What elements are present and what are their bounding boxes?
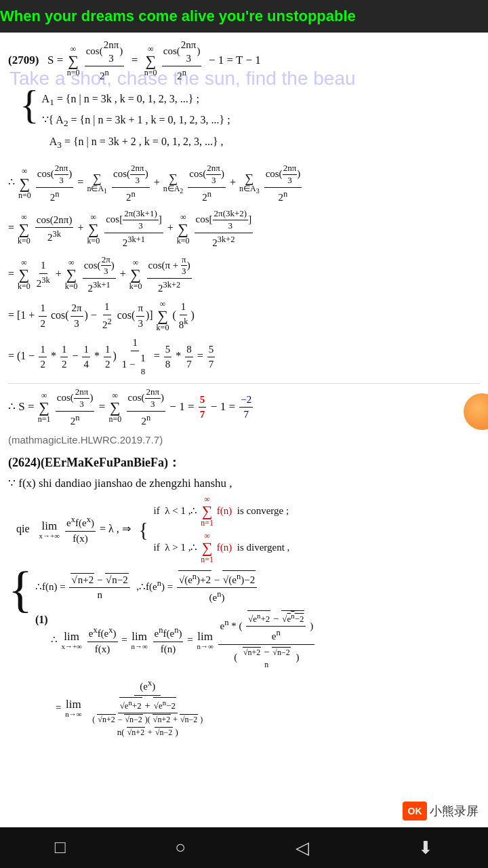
nav-bar: □ ○ ◁ ⬇: [0, 827, 488, 868]
marquee-banner: When your dreams come alive you're unsto…: [0, 0, 488, 33]
problem-2709-label: (2709): [8, 54, 39, 66]
watermark-text: 小熊录屏: [430, 803, 479, 819]
lim-lambda: qie lim x→+∞ exf(ex) f(x) = λ , ⇒ { if λ…: [8, 495, 480, 565]
sum-decomp: ∴ ∞ ∑ n=0 cos(2nπ3) 2n = ∑ n∈A1 cos(2nπ3…: [8, 163, 480, 204]
cn-line1: ∵ f(x) shi dandiao jianshao de zhengzhi …: [8, 475, 480, 492]
numerical-result: = (1 − 1 2 * 1 2 − 1 4 * 1 2 ) 1 1 − 1 8: [8, 336, 480, 378]
equation-S: S = ∞ ∑ n=0 cos(2nπ3) 2n = ∞ ∑ n=0 cos(2…: [47, 54, 261, 66]
nav-home-button[interactable]: ○: [161, 832, 199, 863]
problem-2709-header: (2709) S = ∞ ∑ n=0 cos(2nπ3) 2n = ∞ ∑ n=…: [8, 39, 480, 83]
nav-down-button[interactable]: ⬇: [405, 832, 447, 864]
nav-back-button[interactable]: ◁: [282, 832, 323, 864]
set-a1: { A1 = {n | n = 3k , k = 0, 1, 2, 3, ...…: [8, 85, 480, 158]
nav-square-button[interactable]: □: [41, 832, 79, 863]
big-brace-system: { ∴f(n) = √n+2 − √n−2 n ,∴f(en) = √(en)+…: [8, 570, 480, 741]
final-S: ∴ S = ∞ ∑ n=1 cos(2nπ3) 2n = ∞ ∑ n=0 cos…: [8, 383, 480, 428]
math-content[interactable]: (2709) S = ∞ ∑ n=0 cos(2nπ3) 2n = ∞ ∑ n=…: [0, 33, 488, 827]
marquee-text: When your dreams come alive you're unsto…: [0, 7, 356, 25]
sum-substitution: = ∞ ∑ k=0 cos(2nπ) 23k + ∞ ∑ k=0 cos[2π(…: [8, 208, 480, 250]
watermark-icon: OK: [403, 802, 427, 821]
problem-2624-label: (2624)(EErMaKeFuPanBieFa)：: [8, 454, 480, 473]
attribution: (mathmagicLite.HLWRC.2019.7.7): [8, 432, 480, 448]
watermark: OK 小熊录屏: [403, 802, 479, 821]
factored-form: = [1 + 1 2 cos( 2π 3 ) − 1 22 cos( π 3 )…: [8, 300, 480, 332]
cos-simplification: = ∞ ∑ k=0 1 23k + ∞ ∑ k=0 cos(2π3) 23k+1…: [8, 254, 480, 296]
